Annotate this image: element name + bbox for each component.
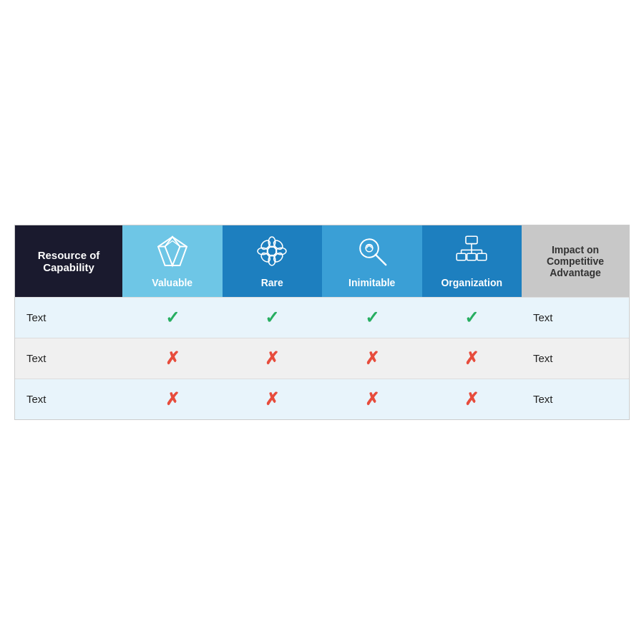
inimitable-icon — [355, 234, 389, 273]
svg-point-11 — [260, 251, 272, 263]
resource-header: Resource of Capability — [15, 225, 122, 298]
organization-cell: ✗ — [422, 338, 522, 379]
check-icon: ✓ — [165, 308, 180, 327]
table-row: Text✗✗✗✗Text — [15, 379, 629, 419]
svg-point-8 — [260, 238, 272, 250]
check-icon: ✓ — [265, 308, 279, 327]
vrio-table: Resource of Capability — [14, 225, 630, 420]
svg-point-3 — [268, 246, 277, 255]
resource-cell: Text — [15, 297, 122, 338]
inimitable-cell: ✗ — [322, 338, 422, 379]
svg-point-9 — [273, 251, 285, 263]
impact-header: Impact on Competitive Advantage — [522, 225, 629, 298]
resource-header-label: Resource of Capability — [38, 249, 100, 273]
check-icon: ✓ — [464, 308, 479, 327]
organization-header: Organization — [422, 225, 522, 298]
rare-header: Rare — [223, 225, 323, 298]
impact-cell: Text — [522, 379, 629, 419]
rare-cell: ✗ — [223, 338, 323, 379]
inimitable-cell: ✗ — [322, 379, 422, 419]
organization-cell: ✓ — [422, 297, 522, 338]
svg-rect-17 — [467, 253, 477, 260]
svg-point-10 — [273, 238, 285, 250]
rare-cell: ✓ — [223, 297, 323, 338]
valuable-header: Valuable — [122, 225, 223, 298]
org-chart-icon — [454, 234, 489, 273]
flower-icon — [255, 234, 289, 273]
svg-rect-15 — [466, 236, 477, 243]
cross-icon: ✗ — [464, 389, 479, 409]
impact-header-label: Impact on Competitive Advantage — [547, 244, 604, 278]
cross-icon: ✗ — [365, 348, 379, 368]
resource-cell: Text — [15, 338, 122, 379]
resource-cell: Text — [15, 379, 122, 419]
valuable-label: Valuable — [152, 277, 192, 288]
impact-cell: Text — [522, 338, 629, 379]
check-icon: ✓ — [365, 308, 379, 327]
svg-line-13 — [376, 254, 386, 264]
rare-label: Rare — [261, 277, 283, 288]
cross-icon: ✗ — [165, 389, 180, 409]
cross-icon: ✗ — [265, 389, 279, 409]
inimitable-header: Inimitable — [322, 225, 422, 298]
inimitable-label: Inimitable — [348, 277, 395, 288]
impact-cell: Text — [522, 297, 629, 338]
table-row: Text✗✗✗✗Text — [15, 338, 629, 379]
organization-label: Organization — [441, 277, 502, 288]
valuable-cell: ✗ — [122, 379, 223, 419]
valuable-cell: ✓ — [122, 297, 223, 338]
organization-cell: ✗ — [422, 379, 522, 419]
table-row: Text✓✓✓✓Text — [15, 297, 629, 338]
rare-cell: ✗ — [223, 379, 323, 419]
cross-icon: ✗ — [265, 348, 279, 368]
cross-icon: ✗ — [464, 348, 479, 368]
svg-rect-18 — [477, 253, 487, 260]
valuable-cell: ✗ — [122, 338, 223, 379]
diamond-icon — [155, 234, 190, 273]
cross-icon: ✗ — [165, 348, 180, 368]
cross-icon: ✗ — [365, 389, 379, 409]
inimitable-cell: ✓ — [322, 297, 422, 338]
svg-rect-16 — [457, 253, 466, 260]
